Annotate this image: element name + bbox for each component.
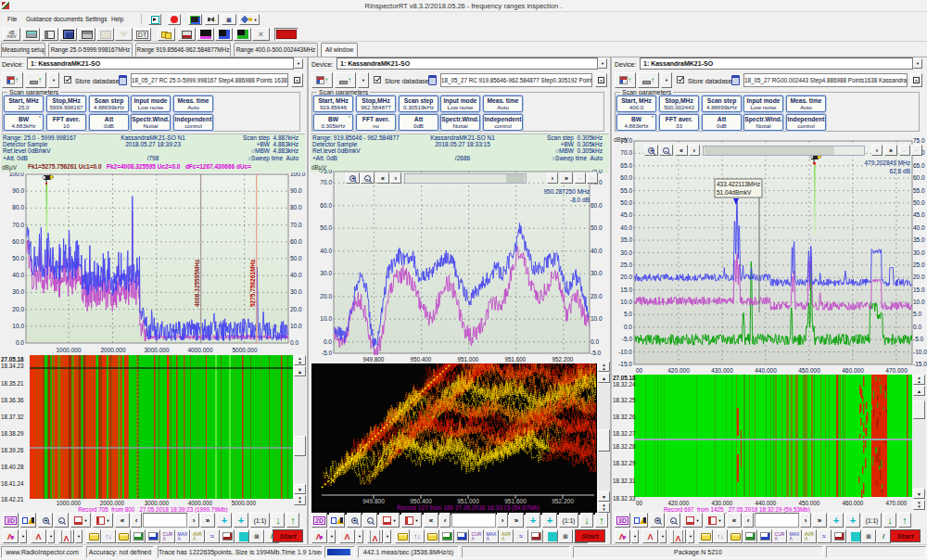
svg-text:20.0: 20.0 [620,274,632,280]
svg-text:15.0: 15.0 [913,286,925,293]
svg-text:-5.0: -5.0 [622,336,633,342]
svg-text:950.287250 MHz: 950.287250 MHz [543,188,590,195]
svg-text:2000.000: 2000.000 [100,347,125,353]
svg-text:70.0: 70.0 [320,179,332,185]
svg-text:30.0: 30.0 [12,288,24,295]
svg-text:40.0: 40.0 [590,248,603,254]
svg-text:65.0: 65.0 [620,162,632,169]
svg-text:80.0: 80.0 [290,204,302,210]
svg-text:55.0: 55.0 [620,187,632,194]
svg-text:479.202849 MHz: 479.202849 MHz [864,159,910,166]
svg-text:10.0: 10.0 [913,299,925,305]
svg-text:15.0: 15.0 [620,286,632,293]
svg-text:70.0: 70.0 [290,222,302,228]
svg-text:90.0: 90.0 [290,187,302,194]
svg-text:20.0: 20.0 [913,274,925,280]
svg-text:65.0: 65.0 [913,162,925,169]
svg-text:30.0: 30.0 [913,249,925,256]
svg-text:951.600: 951.600 [504,498,527,504]
svg-text:430.000: 430.000 [711,367,733,374]
svg-text:75.0: 75.0 [320,170,332,174]
svg-text:5275.756261MHz: 5275.756261MHz [249,259,256,307]
svg-text:10.0: 10.0 [620,299,632,305]
svg-text:25.0: 25.0 [913,261,925,268]
svg-text:45.0: 45.0 [620,211,632,218]
svg-text:00: 00 [636,367,643,374]
svg-text:60.0: 60.0 [590,202,603,209]
svg-text:5000.000: 5000.000 [232,347,257,353]
svg-text:4008.325595MHz: 4008.325595MHz [194,259,200,307]
svg-text:470.000: 470.000 [885,367,908,374]
svg-text:30.0: 30.0 [320,270,332,276]
svg-text:62.8 dB: 62.8 dB [890,168,910,174]
svg-text:20.0: 20.0 [12,306,24,312]
svg-text:35.0: 35.0 [913,236,925,243]
svg-text:5.0: 5.0 [913,311,921,317]
svg-text:-10.0: -10.0 [913,349,927,355]
svg-text:100.0: 100.0 [9,172,25,177]
svg-text:50.0: 50.0 [12,255,24,261]
svg-text:80.0: 80.0 [12,204,24,210]
svg-text:40.0: 40.0 [290,272,302,278]
svg-text:0.0: 0.0 [913,324,921,330]
svg-text:35.0: 35.0 [620,236,632,243]
svg-text:1000.000: 1000.000 [56,347,81,353]
svg-text:45.0: 45.0 [913,211,925,218]
svg-text:-15.0: -15.0 [913,361,927,367]
svg-text:40.0: 40.0 [913,224,925,231]
svg-text:30.0: 30.0 [590,270,603,276]
svg-text:460.000: 460.000 [842,367,864,374]
svg-text:75.0: 75.0 [913,137,925,144]
svg-text:50.0: 50.0 [913,199,925,206]
svg-text:51.04dBmkV: 51.04dBmkV [717,189,752,196]
svg-text:10.0: 10.0 [290,323,302,329]
svg-text:25.0: 25.0 [620,261,632,268]
svg-text:0.0: 0.0 [290,339,298,346]
svg-text:4000.000: 4000.000 [187,347,212,353]
svg-text:100.0: 100.0 [290,172,306,177]
svg-text:450.000: 450.000 [798,367,820,374]
svg-text:40.0: 40.0 [620,224,632,231]
svg-text:40.0: 40.0 [320,248,332,254]
svg-text:20.0: 20.0 [320,293,332,299]
svg-text:0.0: 0.0 [16,339,24,346]
svg-text:949.800: 949.800 [362,498,385,504]
svg-text:30.0: 30.0 [290,288,302,295]
svg-text:0.0: 0.0 [624,324,632,330]
svg-text:90.0: 90.0 [12,187,24,194]
svg-text:55.0: 55.0 [913,187,925,194]
svg-text:60.0: 60.0 [12,238,24,245]
svg-text:-5.0: -5.0 [913,336,924,342]
svg-text:0.0: 0.0 [590,338,599,345]
svg-text:Record 127 from 189 27.05.2: Record 127 from 189 27.05.2018 18:33:15 … [397,504,540,512]
svg-text:433.422113MHz: 433.422113MHz [717,181,760,187]
svg-text:-15.0: -15.0 [618,361,632,367]
svg-text:3000.000: 3000.000 [144,347,169,353]
svg-text:60.0: 60.0 [320,202,332,209]
svg-text:60.0: 60.0 [620,174,632,181]
svg-text:-8.0 dB: -8.0 dB [570,197,590,203]
svg-text:10.0: 10.0 [12,323,24,329]
svg-text:420.000: 420.000 [667,367,690,374]
svg-text:440.000: 440.000 [755,367,777,374]
svg-text:60.0: 60.0 [290,238,302,245]
svg-text:50.0: 50.0 [590,224,603,231]
svg-text:50.0: 50.0 [290,255,302,261]
svg-text:950.400: 950.400 [410,498,432,504]
svg-text:70.0: 70.0 [12,222,24,228]
svg-text:70.0: 70.0 [620,149,632,156]
svg-text:20.0: 20.0 [290,306,302,312]
svg-text:10.0: 10.0 [320,315,332,322]
svg-text:50.0: 50.0 [620,199,632,206]
svg-text:30.0: 30.0 [620,249,632,256]
svg-text:952.200: 952.200 [552,498,574,504]
svg-text:40.0: 40.0 [12,272,24,278]
svg-text:5.0: 5.0 [624,311,632,317]
svg-text:0.0: 0.0 [324,338,332,345]
svg-text:-10.0: -10.0 [618,349,632,355]
svg-text:50.0: 50.0 [320,224,332,231]
svg-text:60.0: 60.0 [913,174,925,181]
svg-text:10.0: 10.0 [590,315,603,322]
svg-text:951.000: 951.000 [457,498,479,504]
svg-text:20.0: 20.0 [590,293,603,299]
